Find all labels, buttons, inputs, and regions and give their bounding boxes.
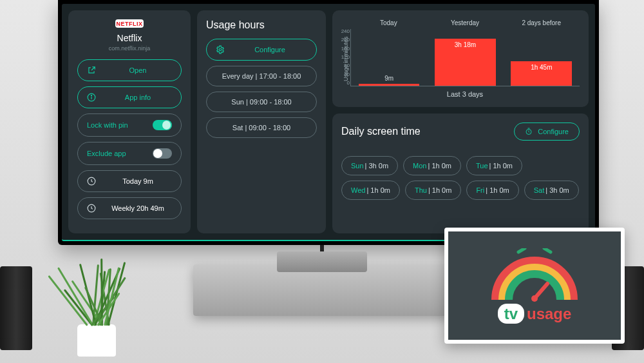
day-chip[interactable]: Fri | 1h 0m (466, 181, 518, 200)
chart-header: Today (350, 19, 427, 29)
today-usage: Today 9m (77, 170, 182, 192)
open-button[interactable]: Open (77, 59, 182, 81)
bar-label: 1h 45m (511, 64, 572, 71)
app-info-button[interactable]: App info (77, 86, 182, 108)
app-package: com.netflix.ninja (109, 45, 151, 52)
day-value: | 1h 0m (486, 186, 509, 194)
chart-header: Yesterday (427, 19, 504, 29)
day-name: Sat (534, 186, 545, 194)
lock-with-pin-toggle[interactable]: Lock with pin (77, 113, 182, 137)
tv-frame: NETFLIX Netflix com.netflix.ninja Open A… (58, 0, 599, 245)
open-icon (87, 66, 96, 75)
app-badge: tvusage (444, 228, 625, 344)
gear-icon (216, 45, 225, 54)
toggle-off-icon (153, 148, 172, 159)
app-info-label: App info (104, 93, 172, 101)
info-icon (87, 93, 96, 102)
usage-rule-label: Sat | 09:00 - 18:00 (216, 124, 307, 132)
svg-point-2 (91, 95, 91, 96)
day-chip[interactable]: Sat | 3h 0m (524, 181, 579, 200)
plant-decor (58, 253, 135, 357)
day-chip[interactable]: Wed | 1h 0m (341, 181, 400, 200)
day-chip[interactable]: Mon | 1h 0m (403, 156, 461, 175)
weekly-usage: Weekly 20h 49m (77, 197, 182, 219)
day-name: Thu (415, 186, 427, 194)
daily-configure-button[interactable]: Configure (514, 123, 580, 141)
av-stand (193, 264, 451, 316)
usage-rule[interactable]: Sat | 09:00 - 18:00 (206, 117, 317, 138)
soundbar (277, 251, 367, 272)
app-panel: NETFLIX Netflix com.netflix.ninja Open A… (68, 10, 191, 233)
chart-header: 2 days before (503, 19, 580, 29)
lock-with-pin-label: Lock with pin (87, 121, 153, 129)
usage-rule[interactable]: Every day | 17:00 - 18:00 (206, 66, 317, 86)
today-usage-label: Today 9m (104, 177, 172, 185)
configure-label: Configure (538, 128, 569, 135)
day-chip[interactable]: Thu | 1h 0m (405, 181, 461, 200)
room-speaker-left (0, 266, 32, 350)
day-value: | 1h 0m (366, 186, 390, 194)
chart-bar: 3h 18m (435, 39, 496, 86)
exclude-app-toggle[interactable]: Exclude app (77, 142, 182, 165)
timer-icon (525, 128, 533, 135)
day-name: Tue (476, 162, 488, 170)
chart-headers: Today Yesterday 2 days before (350, 19, 580, 29)
chart-plot: 240200 160120 8040 0 9m 3h 18m 1h 45m (350, 29, 580, 86)
usage-rule-label: Every day | 17:00 - 18:00 (216, 72, 307, 80)
app-logo: NETFLIX (115, 19, 144, 28)
clock-icon (87, 204, 96, 213)
day-name: Mon (413, 162, 426, 170)
day-chip[interactable]: Tue | 1h 0m (466, 156, 522, 175)
day-name: Wed (351, 186, 365, 194)
day-name: Sun (351, 162, 364, 170)
tv-screen: NETFLIX Netflix com.netflix.ninja Open A… (62, 4, 595, 241)
chart-bar: 9m (359, 84, 420, 86)
svg-line-10 (535, 284, 547, 299)
clock-icon (87, 177, 96, 186)
usage-rule[interactable]: Sun | 09:00 - 18:00 (206, 92, 317, 112)
exclude-app-label: Exclude app (87, 150, 153, 157)
usage-rule-label: Sun | 09:00 - 18:00 (216, 98, 307, 106)
daily-screen-time-panel: Daily screen time Configure Sun | 3h 0mM… (332, 113, 589, 233)
svg-line-8 (544, 248, 551, 252)
usage-hours-panel: Usage hours Configure Every day | 17:00 … (197, 10, 326, 233)
day-value: | 1h 0m (428, 162, 451, 170)
daily-title: Daily screen time (341, 126, 421, 137)
chart-bar: 1h 45m (511, 61, 572, 86)
usage-hours-configure-button[interactable]: Configure (206, 39, 317, 61)
chart-title: Last 3 days (350, 86, 580, 98)
open-label: Open (104, 66, 172, 74)
app-name: Netflix (117, 33, 142, 43)
bar-label: 3h 18m (435, 41, 496, 48)
day-value: | 1h 0m (489, 162, 513, 170)
day-value: | 3h 0m (365, 162, 389, 170)
gauge-icon (486, 248, 583, 300)
badge-text: tvusage (486, 305, 583, 323)
svg-line-7 (518, 248, 525, 252)
day-name: Fri (476, 186, 484, 194)
svg-point-5 (219, 48, 222, 51)
day-chip[interactable]: Sun | 3h 0m (341, 156, 398, 175)
usage-hours-title: Usage hours (206, 19, 317, 31)
day-value: | 3h 0m (545, 186, 569, 194)
configure-label: Configure (232, 46, 307, 54)
weekly-usage-label: Weekly 20h 49m (104, 204, 172, 212)
day-grid: Sun | 3h 0mMon | 1h 0mTue | 1h 0mWed | 1… (341, 156, 580, 200)
bar-label: 9m (359, 75, 420, 82)
usage-chart-panel: Usage in minutes Today Yesterday 2 days … (332, 10, 589, 107)
day-value: | 1h 0m (428, 186, 452, 194)
right-column: Usage in minutes Today Yesterday 2 days … (332, 10, 589, 233)
toggle-on-icon (153, 120, 172, 130)
chart-yticks: 240200 160120 8040 0 (337, 29, 350, 86)
